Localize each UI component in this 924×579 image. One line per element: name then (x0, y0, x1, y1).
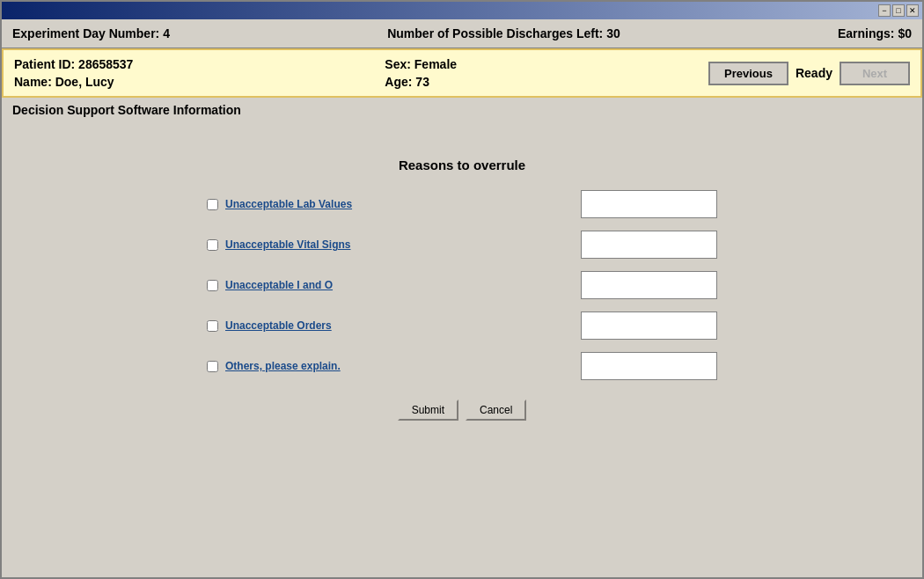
reason-label-4: Unacceptable Orders (225, 319, 332, 332)
previous-button[interactable]: Previous (708, 62, 788, 85)
reason-label-area-1: Unacceptable Lab Values (207, 198, 436, 210)
reason-checkbox-1[interactable] (207, 199, 218, 210)
reason-label-area-5: Others, please explain. (207, 360, 436, 372)
title-bar: − □ ✕ (2, 2, 922, 19)
reason-label-5: Others, please explain. (225, 360, 341, 372)
submit-button[interactable]: Submit (398, 399, 458, 421)
patient-controls: Previous Ready Next (708, 62, 910, 85)
patient-info: Patient ID: 28658537 Name: Doe, Lucy (14, 57, 133, 89)
form-buttons: Submit Cancel (207, 399, 717, 421)
reason-label-2: Unacceptable Vital Signs (225, 238, 351, 251)
experiment-day-label: Experiment Day Number: 4 (12, 26, 170, 40)
patient-age: Age: 73 (385, 75, 457, 89)
section-header: Decision Support Software Information (2, 98, 922, 122)
reason-checkbox-4[interactable] (207, 320, 218, 332)
reason-row-4: Unacceptable Orders (207, 311, 717, 340)
reasons-title: Reasons to overrule (399, 158, 525, 172)
discharges-label: Number of Possible Discharges Left: 30 (387, 26, 620, 40)
minimize-button[interactable]: − (878, 4, 891, 17)
reason-textarea-1[interactable] (581, 190, 717, 218)
reason-textarea-3[interactable] (581, 271, 717, 299)
patient-id: Patient ID: 28658537 (14, 57, 133, 71)
main-window: − □ ✕ Experiment Day Number: 4 Number of… (0, 0, 924, 579)
close-button[interactable]: ✕ (906, 4, 919, 17)
reason-label-3: Unacceptable I and O (225, 279, 333, 291)
main-content: Reasons to overrule Unacceptable Lab Val… (2, 122, 922, 577)
reason-textarea-4[interactable] (581, 311, 717, 340)
reason-checkbox-5[interactable] (207, 361, 218, 372)
reason-checkbox-2[interactable] (207, 239, 218, 251)
patient-sex: Sex: Female (385, 57, 457, 71)
reason-label-area-3: Unacceptable I and O (207, 279, 436, 291)
ready-label: Ready (796, 66, 832, 80)
patient-bar: Patient ID: 28658537 Name: Doe, Lucy Sex… (2, 48, 922, 98)
reason-row-5: Others, please explain. (207, 352, 717, 380)
reason-textarea-5[interactable] (581, 352, 717, 380)
reason-label-1: Unacceptable Lab Values (225, 198, 352, 210)
section-header-text: Decision Support Software Information (12, 103, 241, 117)
reason-label-area-2: Unacceptable Vital Signs (207, 238, 436, 251)
reason-checkbox-3[interactable] (207, 280, 218, 291)
maximize-button[interactable]: □ (892, 4, 905, 17)
reason-row-3: Unacceptable I and O (207, 271, 717, 299)
title-bar-buttons: − □ ✕ (878, 4, 919, 17)
cancel-button[interactable]: Cancel (466, 399, 526, 421)
reason-row-1: Unacceptable Lab Values (207, 190, 717, 218)
reason-textarea-2[interactable] (581, 231, 717, 259)
top-bar: Experiment Day Number: 4 Number of Possi… (2, 19, 922, 48)
reason-label-area-4: Unacceptable Orders (207, 319, 436, 332)
earnings-label: Earnings: $0 (838, 26, 912, 40)
reason-row-2: Unacceptable Vital Signs (207, 231, 717, 259)
reasons-form: Unacceptable Lab Values Unacceptable Vit… (207, 190, 717, 421)
sex-age-info: Sex: Female Age: 73 (385, 57, 457, 89)
next-button[interactable]: Next (840, 62, 910, 85)
patient-name: Name: Doe, Lucy (14, 75, 133, 89)
